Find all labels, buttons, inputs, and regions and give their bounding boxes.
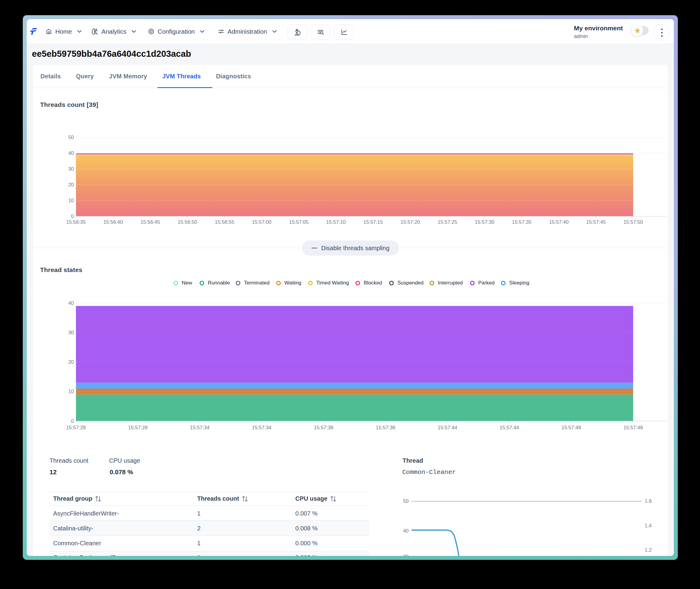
svg-text:15:57:48: 15:57:48 xyxy=(623,425,643,430)
svg-text:15:57:34: 15:57:34 xyxy=(190,425,209,430)
svg-text:15:57:34: 15:57:34 xyxy=(252,425,271,430)
svg-text:15:57:38: 15:57:38 xyxy=(314,425,333,430)
svg-text:40: 40 xyxy=(68,150,74,156)
svg-text:15:56:50: 15:56:50 xyxy=(178,219,197,225)
svg-text:15:57:00: 15:57:00 xyxy=(252,219,271,225)
svg-text:30: 30 xyxy=(68,166,74,172)
svg-text:15:57:30: 15:57:30 xyxy=(475,219,494,225)
svg-text:20: 20 xyxy=(68,359,74,365)
svg-text:15:56:55: 15:56:55 xyxy=(215,219,234,225)
svg-text:40: 40 xyxy=(403,528,409,534)
svg-text:15:57:45: 15:57:45 xyxy=(586,219,606,225)
svg-text:15:57:40: 15:57:40 xyxy=(549,219,568,225)
svg-text:30: 30 xyxy=(68,330,74,335)
svg-text:15:57:38: 15:57:38 xyxy=(376,425,395,430)
svg-text:50: 50 xyxy=(403,498,409,504)
svg-text:1.6: 1.6 xyxy=(645,498,652,504)
svg-text:15:56:45: 15:56:45 xyxy=(140,219,160,225)
svg-text:15:57:25: 15:57:25 xyxy=(438,219,457,225)
svg-text:1.2: 1.2 xyxy=(645,547,652,553)
svg-text:10: 10 xyxy=(68,198,74,203)
svg-text:40: 40 xyxy=(68,300,74,306)
svg-text:15:57:35: 15:57:35 xyxy=(512,219,531,225)
svg-text:15:57:44: 15:57:44 xyxy=(438,425,457,430)
svg-text:0: 0 xyxy=(71,213,74,219)
svg-text:15:56:35: 15:56:35 xyxy=(66,219,86,225)
svg-text:15:57:28: 15:57:28 xyxy=(128,425,148,430)
svg-text:30: 30 xyxy=(403,554,409,556)
svg-text:15:57:20: 15:57:20 xyxy=(400,219,420,225)
svg-text:15:57:28: 15:57:28 xyxy=(66,425,86,430)
svg-text:10: 10 xyxy=(68,389,74,394)
svg-text:15:57:05: 15:57:05 xyxy=(289,219,308,225)
svg-text:1.4: 1.4 xyxy=(645,523,652,528)
svg-text:15:57:10: 15:57:10 xyxy=(326,219,346,225)
svg-text:15:56:40: 15:56:40 xyxy=(103,219,123,225)
svg-text:15:57:44: 15:57:44 xyxy=(500,425,519,430)
svg-text:15:57:15: 15:57:15 xyxy=(364,219,383,225)
svg-text:15:57:48: 15:57:48 xyxy=(561,425,581,430)
svg-text:20: 20 xyxy=(68,182,74,187)
svg-text:15:57:50: 15:57:50 xyxy=(623,219,643,225)
svg-text:0: 0 xyxy=(71,418,74,424)
svg-text:50: 50 xyxy=(68,135,74,140)
